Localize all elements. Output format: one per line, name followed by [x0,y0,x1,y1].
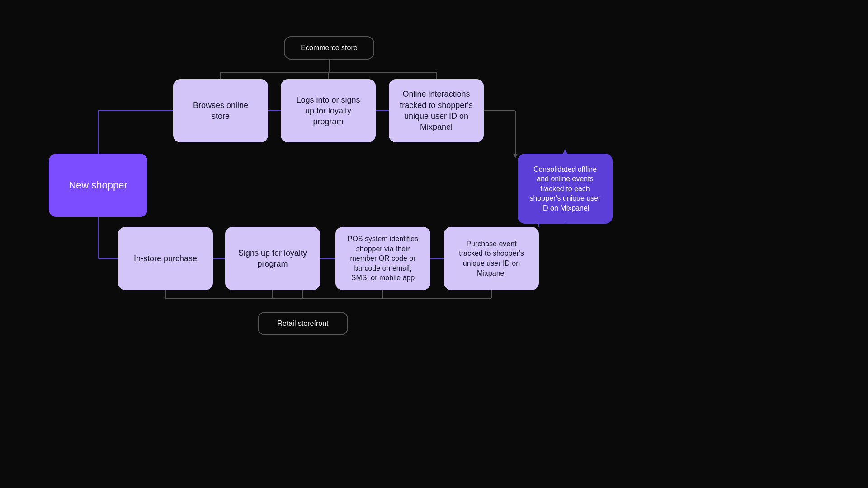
ecommerce-store-node: Ecommerce store [284,36,374,60]
retail-storefront-node: Retail storefront [258,312,348,335]
diagram-container: Ecommerce store Browses online store Log… [0,0,868,488]
pos-system-node: POS system identifies shopper via their … [335,227,430,290]
svg-marker-17 [513,154,518,158]
logs-into-node: Logs into or signs up for loyalty progra… [281,79,376,142]
online-interactions-node: Online interactions tracked to shopper's… [389,79,484,142]
consolidated-node: Consolidated offline and online events t… [518,154,613,224]
instore-purchase-node: In-store purchase [118,227,213,290]
new-shopper-node: New shopper [49,154,147,217]
signs-up-node: Signs up for loyalty program [225,227,320,290]
browses-node: Browses online store [173,79,268,142]
purchase-event-node: Purchase event tracked to shopper's uniq… [444,227,539,290]
svg-marker-21 [563,149,567,154]
